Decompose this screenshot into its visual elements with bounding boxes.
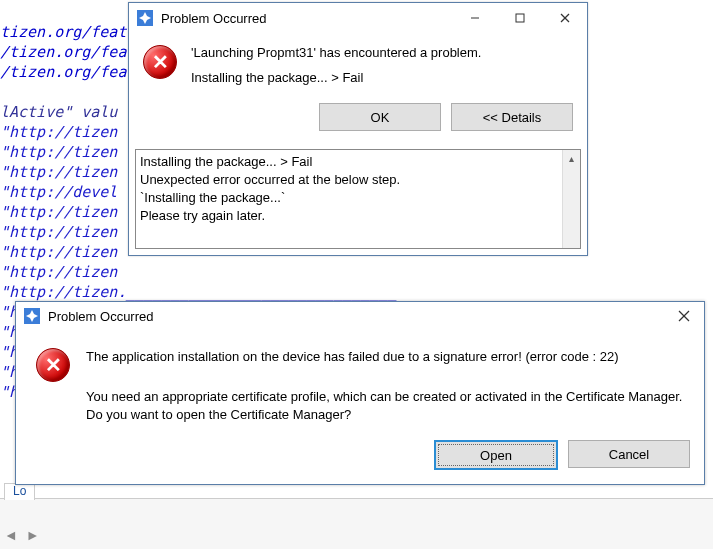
- log-line: Installing the package... > Fail: [140, 153, 559, 171]
- titlebar[interactable]: Problem Occurred: [16, 302, 704, 330]
- error-message-1: The application installation on the devi…: [86, 348, 684, 366]
- close-button[interactable]: [542, 4, 587, 33]
- scroll-up-icon[interactable]: ▴: [563, 150, 580, 167]
- log-line: Unexpected error occurred at the below s…: [140, 171, 559, 189]
- minimize-button[interactable]: [452, 4, 497, 33]
- window-title: Problem Occurred: [48, 309, 153, 324]
- log-line: `Installing the package...`: [140, 189, 559, 207]
- open-button[interactable]: Open: [434, 440, 558, 470]
- editor-bottom-panel: Lo ◄ ►: [0, 498, 713, 549]
- nav-left-icon[interactable]: ◄: [4, 527, 18, 543]
- tizen-app-icon: [24, 308, 40, 324]
- details-button[interactable]: << Details: [451, 103, 573, 131]
- maximize-button[interactable]: [497, 4, 542, 33]
- close-button[interactable]: [664, 303, 704, 330]
- window-title: Problem Occurred: [161, 11, 266, 26]
- error-heading: 'Launching Propmt31' has encountered a p…: [191, 45, 573, 60]
- error-icon: ✕: [143, 45, 177, 79]
- dialog-problem-occurred-1: Problem Occurred ✕ 'Launching Propmt31' …: [128, 2, 588, 256]
- details-textarea[interactable]: Installing the package... > Fail Unexpec…: [135, 149, 581, 249]
- error-subtext: Installing the package... > Fail: [191, 70, 573, 85]
- svg-rect-2: [516, 14, 524, 22]
- bottom-tab[interactable]: Lo: [4, 483, 35, 500]
- scrollbar-vertical[interactable]: ▴: [562, 150, 580, 248]
- error-message-2: You need an appropriate certificate prof…: [86, 388, 684, 424]
- log-line: Please try again later.: [140, 207, 559, 225]
- dialog-problem-occurred-2: Problem Occurred ✕ The application insta…: [15, 301, 705, 485]
- tizen-app-icon: [137, 10, 153, 26]
- titlebar[interactable]: Problem Occurred: [129, 3, 587, 33]
- nav-right-icon[interactable]: ►: [26, 527, 40, 543]
- error-icon: ✕: [36, 348, 70, 382]
- cancel-button[interactable]: Cancel: [568, 440, 690, 468]
- ok-button[interactable]: OK: [319, 103, 441, 131]
